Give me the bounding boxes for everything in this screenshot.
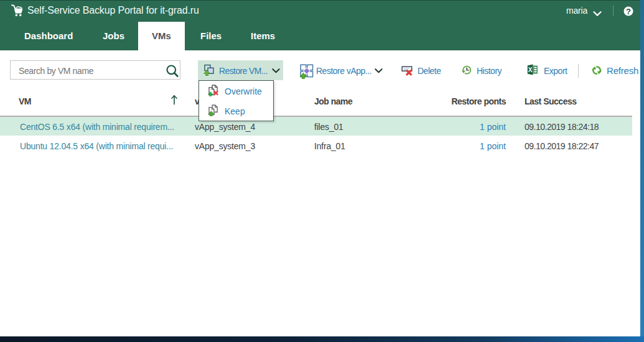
svg-text:?: ? [626,7,631,16]
svg-text:X: X [528,67,533,73]
